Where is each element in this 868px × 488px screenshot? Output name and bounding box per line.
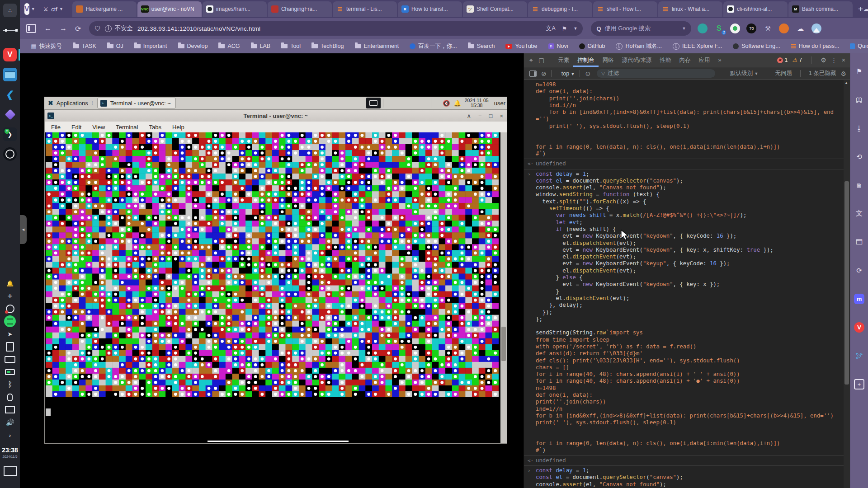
terminal-window[interactable]: >_ Terminal - user@vnc: ~ ∧ − □ × FileEd… [44, 109, 507, 444]
close-devtools-icon[interactable]: × [842, 56, 845, 64]
bookmark-item[interactable]: QuickStart -... [850, 43, 868, 49]
maximize-button[interactable]: □ [489, 113, 493, 119]
search-dropdown-icon[interactable]: ▼ [682, 26, 686, 31]
show-desktop-button[interactable] [4, 466, 17, 476]
new-tab-button[interactable]: + [858, 4, 863, 14]
windows-icon[interactable]: 🗔 [854, 237, 864, 247]
bookmark-item[interactable]: Develop [178, 43, 208, 49]
devtools-scrollbar[interactable]: ▲ [844, 80, 850, 488]
downloads-icon[interactable]: ⭳ [854, 123, 864, 133]
remote-desktop[interactable]: ✖ Applications ⁞ >_ Terminal - user@vnc:… [44, 97, 507, 444]
battery-icon[interactable] [4, 366, 16, 378]
search-field[interactable]: Q 使用 Google 搜索 ▼ [591, 21, 691, 36]
add-panel-icon[interactable]: + [854, 379, 864, 389]
obs-studio-icon[interactable] [3, 147, 17, 161]
dark-wheel-icon[interactable]: ✛ [4, 290, 16, 302]
browser-tab[interactable]: Hackergame ... [72, 1, 137, 17]
keyboard-button[interactable] [366, 98, 381, 108]
vivaldi-menu-caret-icon[interactable]: ▼ [31, 7, 35, 11]
terminal-scrollbar[interactable] [500, 132, 507, 443]
sync-cloud-icon[interactable]: ☁ [863, 5, 868, 13]
profile-avatar[interactable] [811, 23, 821, 33]
more-tabs-button[interactable]: » [714, 53, 726, 67]
browser-tab[interactable]: images/fram... [203, 1, 267, 17]
browser-tab[interactable]: VNCuser@vnc - noVN [137, 1, 202, 17]
browser-tab[interactable]: ツShell Compat... [463, 1, 527, 17]
devtools-tab-网络[interactable]: 网络 [599, 53, 618, 67]
alarm-bell-icon[interactable]: 🔔 [4, 277, 16, 289]
browser-tab[interactable]: RHow to transf... [398, 1, 462, 17]
notes-icon[interactable]: 🗈 [854, 180, 864, 190]
scroll-up-icon[interactable]: ▲ [844, 81, 848, 85]
taskbar-button[interactable]: >_ Terminal - user@vnc: ~ [97, 98, 176, 108]
info-icon[interactable]: i [105, 25, 112, 32]
menu-edit[interactable]: Edit [71, 124, 81, 131]
terminal-icon[interactable]: ❯+ [3, 127, 17, 141]
console-settings-gear-icon[interactable]: ⚙ [840, 70, 846, 77]
history-icon[interactable]: ⟲ [854, 151, 864, 162]
extension-counter-icon[interactable]: 70 [746, 23, 756, 33]
devtools-tab-元素[interactable]: 元素 [554, 53, 573, 67]
issues-label[interactable]: 无问题 [775, 70, 793, 77]
forward-icon[interactable]: → [60, 24, 67, 33]
settings-gear-icon[interactable]: ⚙ [821, 56, 826, 64]
screen-tool-icon[interactable]: ∴ [3, 4, 17, 17]
browser-tab[interactable]: linux - What a... [658, 1, 722, 17]
bookmark-item[interactable]: Entertainment [355, 43, 399, 49]
bookmark-item[interactable]: YouTube [505, 43, 537, 49]
vivaldi-icon[interactable]: V [854, 322, 864, 333]
speaker-icon[interactable]: 🔊 [4, 417, 16, 428]
console-log[interactable]: n=1498def one(i, data): print(''.join(ch… [524, 80, 844, 488]
workspace-selector[interactable]: ⚔ ctf ▼ [43, 6, 65, 13]
cloud-sync-icon[interactable]: ☁ [795, 23, 805, 33]
url-dropdown-icon[interactable]: ▼ [573, 26, 577, 31]
extension-proxy-icon[interactable]: S1 [714, 23, 724, 33]
user-menu[interactable]: user [494, 100, 505, 107]
console-entry-tail[interactable]: n=1498def one(i, data): print(''.join(ch… [524, 80, 844, 159]
bookmark-item[interactable]: LAB [251, 43, 271, 49]
terminal-screen[interactable] [45, 132, 507, 443]
bookmark-item[interactable]: Tool [281, 43, 301, 49]
bluetooth-icon[interactable]: ᛒ [4, 379, 16, 390]
clipboard-icon[interactable] [4, 341, 16, 352]
devtools-tab-应用[interactable]: 应用 [695, 53, 714, 67]
url-field[interactable]: 🛡 i 不安全 202.38.93.141:12010/static/noVNC… [89, 21, 583, 36]
bookmark-item[interactable]: nNovi [548, 43, 568, 49]
bookmark-item[interactable]: HoRain 域名... [616, 42, 662, 50]
scrollbar-thumb[interactable] [501, 327, 506, 361]
telegram-icon[interactable]: ➤ [4, 328, 16, 340]
warning-badge[interactable]: ⚠ 7 [793, 57, 802, 63]
clear-console-icon[interactable]: ⊘ [541, 70, 547, 77]
error-badge[interactable]: ✕ 1 [777, 57, 788, 63]
browser-tab[interactable]: MBash comma... [788, 1, 853, 17]
inspect-element-icon[interactable]: ⌖ [529, 56, 533, 64]
bird-icon[interactable]: 🕊 [854, 351, 864, 361]
bookmark-item[interactable]: TASK [73, 43, 96, 49]
extension-icon[interactable] [779, 23, 789, 33]
menu-terminal[interactable]: Terminal [116, 124, 138, 131]
browser-tab[interactable]: ChangingFra... [268, 1, 332, 17]
vivaldi-icon[interactable]: V [3, 48, 17, 61]
console-entry-result[interactable]: <·undefined [524, 456, 844, 466]
bookmark-flag-icon[interactable]: ⚑ [562, 25, 567, 32]
screen-share-icon[interactable] [4, 404, 16, 416]
console-sidebar-icon[interactable] [529, 70, 537, 77]
devtools-tab-源代码/来源[interactable]: 源代码/来源 [618, 53, 656, 67]
js-context-selector[interactable]: top ▼ [561, 70, 575, 77]
browser-tab[interactable]: debugging - I... [528, 1, 592, 17]
vscode-icon[interactable]: ❮ [2, 88, 18, 101]
close-button[interactable]: × [500, 113, 503, 119]
reading-list-icon[interactable]: 🕮 [854, 94, 864, 105]
obs-tray-icon[interactable] [4, 303, 16, 314]
menu-help[interactable]: Help [172, 124, 184, 131]
bookmark-item[interactable]: IEEE Xplore F... [673, 43, 722, 50]
novnc-control-handle[interactable]: ◄ [20, 215, 27, 244]
bookmark-item[interactable]: GitHub [579, 43, 605, 49]
panel-clock[interactable]: 2024-11-05 15:38 [465, 98, 489, 108]
browser-tab[interactable]: cli-ish/non-al... [723, 1, 788, 17]
sync-icon[interactable]: ⟳ [854, 265, 864, 276]
extension-icon[interactable] [730, 23, 740, 33]
extension-icon[interactable]: ⚒ [763, 23, 773, 33]
applications-logo-icon[interactable]: ✖ [48, 99, 53, 107]
applications-menu[interactable]: Applications [57, 100, 88, 107]
